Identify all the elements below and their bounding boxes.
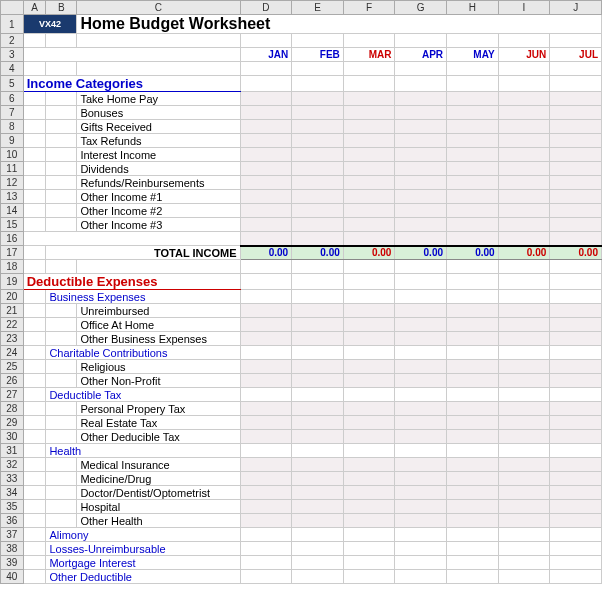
- cell[interactable]: [23, 176, 46, 190]
- cell[interactable]: [23, 486, 46, 500]
- cell[interactable]: [343, 260, 395, 274]
- row-header[interactable]: 8: [1, 120, 24, 134]
- cell[interactable]: [46, 360, 77, 374]
- cell[interactable]: [550, 76, 602, 92]
- col-header[interactable]: J: [550, 1, 602, 15]
- cell[interactable]: [292, 388, 344, 402]
- cell[interactable]: [395, 176, 447, 190]
- cell[interactable]: [550, 260, 602, 274]
- cell[interactable]: [46, 416, 77, 430]
- row-header[interactable]: 1: [1, 15, 24, 34]
- cell[interactable]: [240, 162, 292, 176]
- cell[interactable]: [395, 62, 447, 76]
- cell[interactable]: [292, 274, 344, 290]
- cell[interactable]: [498, 92, 550, 106]
- cell[interactable]: [498, 458, 550, 472]
- cell[interactable]: [23, 190, 46, 204]
- cell[interactable]: [292, 332, 344, 346]
- cell[interactable]: [240, 458, 292, 472]
- cell[interactable]: [498, 500, 550, 514]
- cell[interactable]: [550, 232, 602, 246]
- cell[interactable]: [292, 304, 344, 318]
- cell[interactable]: [498, 176, 550, 190]
- cell[interactable]: [395, 232, 447, 246]
- cell[interactable]: [550, 290, 602, 304]
- cell[interactable]: [343, 274, 395, 290]
- row-header[interactable]: 6: [1, 92, 24, 106]
- cell[interactable]: [550, 318, 602, 332]
- cell[interactable]: [23, 430, 46, 444]
- cell[interactable]: [343, 430, 395, 444]
- cell[interactable]: [23, 260, 46, 274]
- row-header[interactable]: 39: [1, 556, 24, 570]
- cell[interactable]: [498, 120, 550, 134]
- cell[interactable]: [343, 204, 395, 218]
- row-header[interactable]: 35: [1, 500, 24, 514]
- col-header[interactable]: B: [46, 1, 77, 15]
- cell[interactable]: [343, 346, 395, 360]
- cell[interactable]: [550, 416, 602, 430]
- cell[interactable]: [46, 514, 77, 528]
- cell[interactable]: [343, 444, 395, 458]
- col-header[interactable]: G: [395, 1, 447, 15]
- cell[interactable]: [240, 416, 292, 430]
- cell[interactable]: [498, 332, 550, 346]
- cell[interactable]: [447, 458, 499, 472]
- cell[interactable]: [240, 190, 292, 204]
- row-header[interactable]: 26: [1, 374, 24, 388]
- cell[interactable]: [23, 106, 46, 120]
- cell[interactable]: [292, 556, 344, 570]
- cell[interactable]: [23, 514, 46, 528]
- cell[interactable]: [46, 402, 77, 416]
- cell[interactable]: [498, 106, 550, 120]
- cell[interactable]: [240, 218, 292, 232]
- cell[interactable]: [447, 346, 499, 360]
- cell[interactable]: [240, 106, 292, 120]
- cell[interactable]: [240, 500, 292, 514]
- cell[interactable]: [292, 360, 344, 374]
- cell[interactable]: [292, 232, 344, 246]
- cell[interactable]: [292, 190, 344, 204]
- cell[interactable]: [240, 274, 292, 290]
- cell[interactable]: [447, 332, 499, 346]
- cell[interactable]: [550, 176, 602, 190]
- cell[interactable]: [292, 162, 344, 176]
- row-header[interactable]: 28: [1, 402, 24, 416]
- cell[interactable]: [550, 388, 602, 402]
- cell[interactable]: [240, 360, 292, 374]
- cell[interactable]: [240, 542, 292, 556]
- cell[interactable]: [498, 374, 550, 388]
- cell[interactable]: [447, 134, 499, 148]
- cell[interactable]: [23, 542, 46, 556]
- cell[interactable]: [292, 120, 344, 134]
- cell[interactable]: [343, 218, 395, 232]
- cell[interactable]: [395, 486, 447, 500]
- cell[interactable]: [46, 62, 77, 76]
- cell[interactable]: [447, 556, 499, 570]
- cell[interactable]: [550, 106, 602, 120]
- cell[interactable]: [240, 92, 292, 106]
- cell[interactable]: [550, 346, 602, 360]
- cell[interactable]: [343, 76, 395, 92]
- cell[interactable]: [550, 500, 602, 514]
- cell[interactable]: [498, 274, 550, 290]
- row-header[interactable]: 4: [1, 62, 24, 76]
- cell[interactable]: [395, 570, 447, 584]
- cell[interactable]: [395, 92, 447, 106]
- row-header[interactable]: 5: [1, 76, 24, 92]
- cell[interactable]: [23, 318, 46, 332]
- cell[interactable]: [447, 500, 499, 514]
- cell[interactable]: [447, 514, 499, 528]
- cell[interactable]: [292, 528, 344, 542]
- cell[interactable]: [292, 346, 344, 360]
- cell[interactable]: [498, 570, 550, 584]
- cell[interactable]: [343, 374, 395, 388]
- cell[interactable]: [550, 472, 602, 486]
- cell[interactable]: [292, 500, 344, 514]
- cell[interactable]: [77, 62, 240, 76]
- cell[interactable]: [292, 416, 344, 430]
- cell[interactable]: [46, 92, 77, 106]
- cell[interactable]: [292, 106, 344, 120]
- cell[interactable]: [46, 148, 77, 162]
- cell[interactable]: [77, 34, 240, 48]
